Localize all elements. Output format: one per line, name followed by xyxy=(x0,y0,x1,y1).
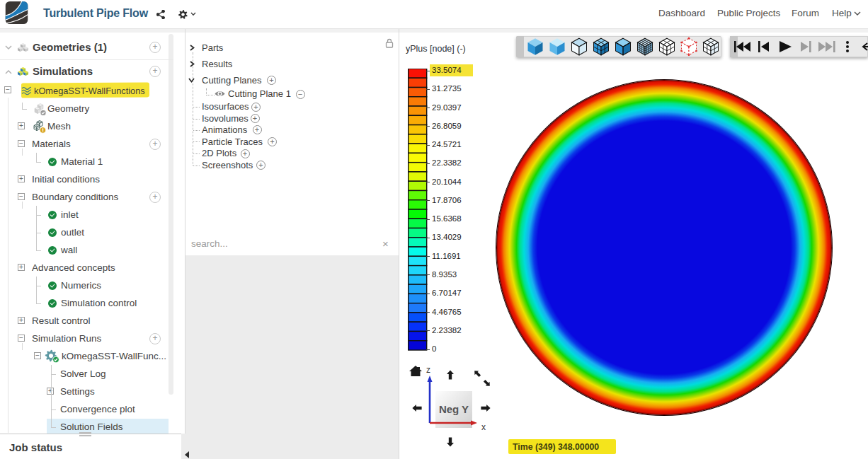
svg-text:z: z xyxy=(426,365,430,375)
svg-text:x: x xyxy=(481,422,486,432)
svg-text:Neg Y: Neg Y xyxy=(439,403,469,415)
